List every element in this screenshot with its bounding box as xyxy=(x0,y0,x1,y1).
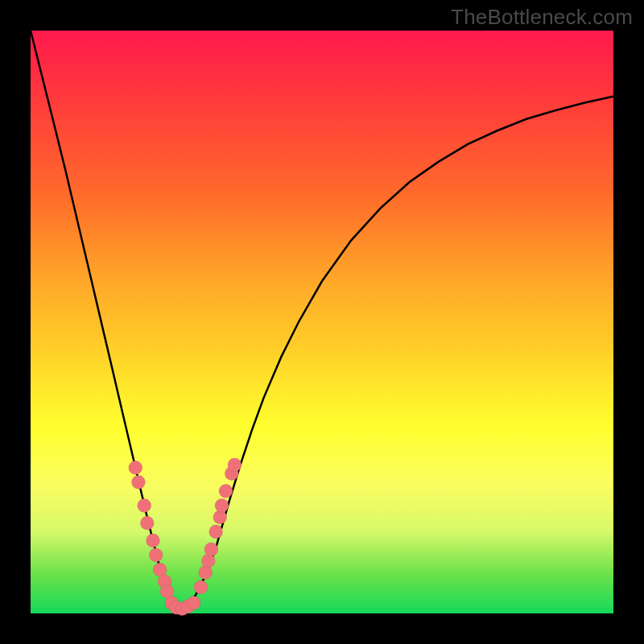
watermark-text: TheBottleneck.com xyxy=(451,5,633,30)
chart-svg xyxy=(31,31,613,613)
plot-area xyxy=(31,31,613,613)
data-point xyxy=(140,516,154,530)
bottleneck-curve xyxy=(31,31,613,608)
data-point xyxy=(129,461,142,475)
data-point xyxy=(219,485,233,498)
data-point xyxy=(187,597,200,610)
data-point xyxy=(149,548,163,562)
data-point xyxy=(209,525,223,539)
data-point xyxy=(204,543,218,556)
scatter-points xyxy=(129,458,242,616)
page-root: TheBottleneck.com xyxy=(0,0,644,644)
data-point xyxy=(147,534,160,547)
data-point xyxy=(228,458,242,472)
data-point xyxy=(201,554,215,568)
data-point xyxy=(215,499,229,513)
data-point xyxy=(199,566,213,580)
data-point xyxy=(138,499,151,513)
data-point xyxy=(131,476,145,489)
data-point xyxy=(194,580,208,594)
